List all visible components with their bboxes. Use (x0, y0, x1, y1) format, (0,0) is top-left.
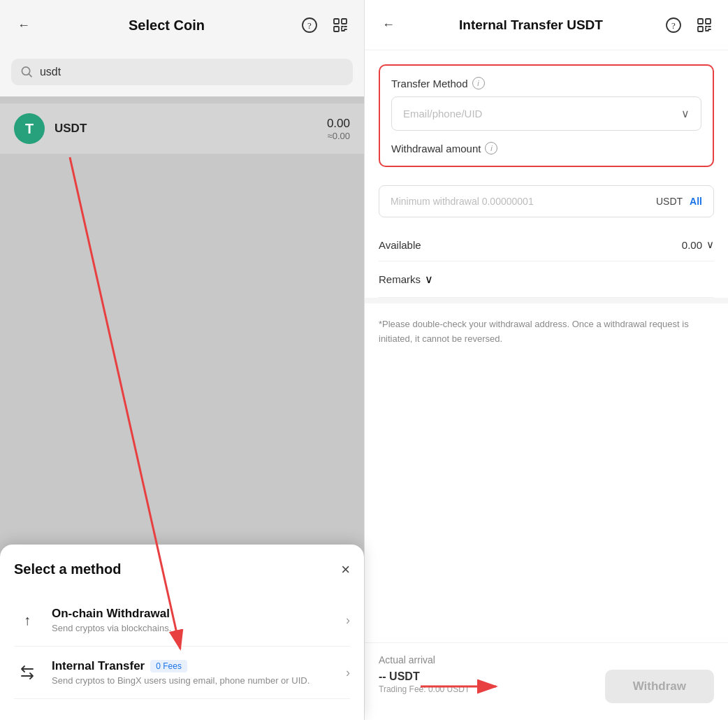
onchain-desc: Send cryptos via blockchains. (52, 623, 335, 633)
left-back-button[interactable]: ← (14, 15, 34, 35)
left-panel: ← Select Coin ? (0, 0, 364, 720)
internal-arrow-icon: › (346, 665, 350, 680)
onchain-name: On-chain Withdrawal (52, 607, 335, 621)
right-page-title: Internal Transfer USDT (459, 17, 603, 33)
svg-rect-4 (334, 27, 339, 31)
fee-badge: 0 Fees (150, 660, 187, 672)
remarks-chevron-icon: ∨ (425, 273, 433, 286)
amount-currency: USDT (656, 196, 683, 207)
onchain-arrow-icon: › (346, 613, 350, 628)
search-bar (0, 50, 364, 96)
transfer-method-placeholder: Email/phone/UID (403, 108, 482, 120)
sheet-close-button[interactable]: × (341, 562, 350, 577)
remarks-label: Remarks (379, 273, 421, 285)
sheet-header: Select a method × (14, 561, 350, 577)
coin-name-usdt: USDT (54, 122, 87, 136)
amount-placeholder: Minimum withdrawal 0.00000001 (391, 196, 534, 207)
available-label: Available (379, 239, 421, 251)
left-help-icon[interactable]: ? (300, 15, 319, 35)
svg-text:?: ? (671, 20, 676, 31)
remarks-row[interactable]: Remarks ∨ (379, 261, 714, 298)
search-input[interactable] (40, 66, 343, 78)
sheet-title: Select a method (14, 561, 121, 577)
available-chevron-icon: ∨ (706, 238, 714, 251)
footer-row: -- USDT Trading Fee: 0.00 USDT Withdraw (379, 670, 714, 703)
highlight-box: Transfer Method i Email/phone/UID ∨ With… (379, 64, 714, 167)
coin-item-usdt[interactable]: T USDT 0.00 ≈0.00 (0, 103, 364, 154)
svg-rect-11 (706, 19, 711, 24)
transfer-method-select[interactable]: Email/phone/UID ∨ (391, 96, 701, 131)
disclaimer-text: *Please double-check your withdrawal add… (379, 303, 714, 361)
thick-divider (365, 298, 728, 303)
left-scan-icon[interactable] (330, 15, 350, 35)
right-footer: Actual arrival -- USDT Trading Fee: 0.00… (365, 642, 728, 720)
search-input-wrap[interactable] (11, 59, 353, 85)
left-page-title: Select Coin (129, 17, 205, 34)
svg-text:?: ? (307, 20, 312, 31)
method-item-internal[interactable]: Internal Transfer 0 Fees Send cryptos to… (14, 647, 350, 699)
available-amount: 0.00 ∨ (682, 238, 714, 251)
svg-rect-12 (698, 27, 703, 31)
svg-rect-10 (698, 19, 703, 24)
coin-balance-amount: 0.00 (327, 117, 350, 131)
transfer-method-label: Transfer Method i (391, 77, 701, 89)
withdrawal-amount-label: Withdrawal amount i (391, 142, 701, 154)
internal-info: Internal Transfer 0 Fees Send cryptos to… (52, 659, 335, 686)
right-back-button[interactable]: ← (379, 15, 398, 35)
method-item-onchain[interactable]: ↑ On-chain Withdrawal Send cryptos via b… (14, 594, 350, 647)
svg-rect-2 (334, 19, 339, 24)
amount-actions: USDT All (656, 196, 702, 207)
right-help-icon[interactable]: ? (664, 15, 683, 35)
coin-balance-usd: ≈0.00 (327, 131, 350, 141)
bottom-sheet: Select a method × ↑ On-chain Withdrawal … (0, 545, 364, 720)
search-icon (21, 66, 33, 78)
internal-name: Internal Transfer 0 Fees (52, 659, 335, 673)
withdrawal-amount-info-icon[interactable]: i (485, 142, 497, 154)
onchain-info: On-chain Withdrawal Send cryptos via blo… (52, 607, 335, 633)
internal-desc: Send cryptos to BingX users using email,… (52, 675, 335, 686)
coin-balance-usdt: 0.00 ≈0.00 (327, 117, 350, 141)
actual-arrival-label: Actual arrival (379, 654, 714, 665)
right-content: Transfer Method i Email/phone/UID ∨ With… (365, 50, 728, 642)
withdraw-button[interactable]: Withdraw (605, 670, 714, 703)
available-row: Available 0.00 ∨ (379, 229, 714, 261)
amount-all-button[interactable]: All (690, 196, 702, 207)
left-header-icons: ? (300, 15, 350, 35)
transfer-method-chevron-icon: ∨ (681, 107, 690, 120)
withdrawal-amount-input[interactable]: Minimum withdrawal 0.00000001 USDT All (379, 185, 714, 217)
coin-logo-usdt: T (14, 113, 45, 144)
svg-rect-3 (342, 19, 347, 24)
transfer-method-info-icon[interactable]: i (472, 77, 485, 89)
right-header-icons: ? (664, 15, 714, 35)
right-header: ← Internal Transfer USDT ? (365, 0, 728, 50)
available-value: 0.00 (682, 239, 702, 251)
onchain-icon: ↑ (14, 607, 41, 633)
right-panel: ← Internal Transfer USDT ? (364, 0, 728, 720)
internal-transfer-icon (14, 659, 41, 686)
annotation-arrow-right (421, 674, 504, 699)
left-header: ← Select Coin ? (0, 0, 364, 50)
right-scan-icon[interactable] (694, 15, 714, 35)
